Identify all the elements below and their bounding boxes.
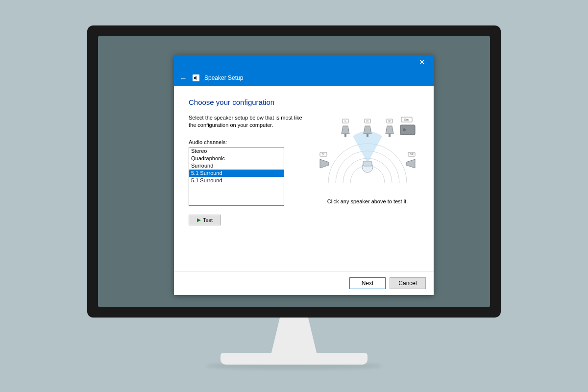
titlebar-top: ✕ (174, 55, 434, 70)
speaker-r[interactable]: R (386, 119, 393, 137)
svg-text:C: C (367, 120, 369, 122)
svg-rect-17 (400, 125, 415, 135)
svg-marker-5 (342, 126, 349, 134)
svg-text:SL: SL (321, 153, 325, 156)
instruction-text: Select the speaker setup below that is m… (189, 114, 302, 129)
speaker-sr[interactable]: SR (406, 152, 415, 168)
svg-marker-9 (364, 126, 371, 134)
speaker-diagram[interactable]: L C (316, 114, 419, 193)
next-button[interactable]: Next (349, 277, 386, 289)
channel-option[interactable]: Stereo (189, 147, 284, 155)
svg-marker-24 (406, 159, 415, 168)
svg-text:SR: SR (410, 153, 414, 156)
monitor-neck (270, 318, 318, 357)
channel-option[interactable]: Quadraphonic (189, 155, 284, 162)
speaker-icon (193, 74, 199, 81)
titlebar-nav: ← Speaker Setup (174, 70, 434, 86)
audio-channels-listbox[interactable]: StereoQuadraphonicSurround5.1 Surround5.… (189, 147, 284, 206)
channel-option[interactable]: 5.1 Surround (189, 177, 284, 184)
back-icon[interactable]: ← (179, 74, 188, 82)
svg-text:L: L (344, 120, 346, 122)
close-icon[interactable]: ✕ (416, 58, 428, 67)
svg-rect-2 (363, 161, 372, 166)
play-icon: ▶ (197, 217, 201, 222)
test-button[interactable]: ▶ Test (189, 215, 221, 225)
speaker-l[interactable]: L (342, 119, 349, 137)
speaker-sub[interactable]: Sub (400, 117, 415, 135)
svg-text:Sub: Sub (404, 118, 410, 121)
svg-marker-13 (386, 126, 393, 134)
svg-text:R: R (389, 120, 391, 122)
svg-rect-10 (367, 134, 368, 137)
speaker-sl[interactable]: SL (320, 152, 329, 168)
monitor-frame: ✕ ← Speaker Setup Choose your configurat… (87, 25, 501, 318)
channel-option[interactable]: 5.1 Surround (189, 170, 284, 177)
diagram-hint: Click any speaker above to test it. (316, 198, 419, 204)
cancel-button[interactable]: Cancel (390, 277, 426, 289)
svg-marker-0 (194, 76, 196, 80)
test-button-label: Test (203, 217, 213, 223)
list-label: Audio channels: (189, 139, 302, 145)
page-heading: Choose your configuration (189, 98, 419, 106)
dialog-content: Choose your configuration Select the spe… (174, 86, 434, 271)
dialog-footer: Next Cancel (174, 271, 434, 295)
svg-rect-6 (344, 134, 346, 137)
svg-marker-21 (320, 159, 329, 168)
svg-point-18 (403, 128, 406, 131)
monitor-screen: ✕ ← Speaker Setup Choose your configurat… (98, 36, 490, 307)
channel-option[interactable]: Surround (189, 162, 284, 170)
window-title: Speaker Setup (204, 74, 243, 81)
speaker-setup-dialog: ✕ ← Speaker Setup Choose your configurat… (174, 55, 434, 295)
svg-rect-14 (389, 134, 391, 137)
